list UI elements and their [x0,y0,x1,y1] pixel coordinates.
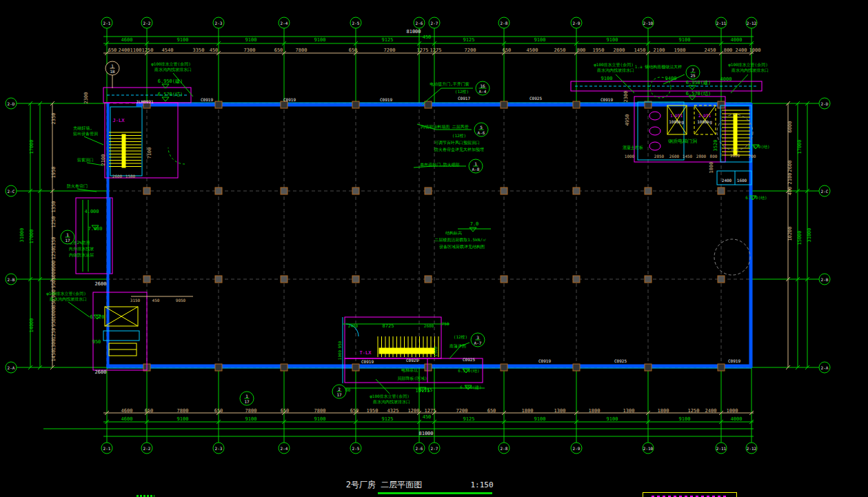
cad-canvas[interactable]: 8100046009100910091009125450912591009100… [0,0,868,497]
grid-bubble: 2-12 [746,443,758,454]
dim-label: 1000kg [697,120,712,124]
grid-bubble: 2-8 [498,17,510,29]
dim-label: 2600 [424,324,434,328]
dim-label: 9100 [607,38,618,43]
grid-bubble: 2-B [6,274,17,285]
dim-label: 9125 [382,38,394,43]
grid-bubble: 2-A [6,362,17,374]
dim-label: 1000 [52,307,57,319]
dim-label: 650 [108,48,117,53]
dim-label: 81000 [418,432,433,436]
dim-label: 17000 [30,139,34,154]
dim-label: 4500 [527,48,538,53]
dim-label: φ100排水立管(余同) [46,292,86,296]
dim-label: 1950 [52,167,57,179]
dim-label: 950 [52,318,57,327]
dim-label: 9100 [314,417,326,422]
dim-label: 2800 [614,48,625,53]
dim-label: 2400 [705,409,717,414]
dim-label: 4950 [625,114,630,126]
grid-bubble: 2-4 [279,17,290,29]
dim-label: 内墙刷涂料墙面 二层风管 [421,125,469,129]
grid-bubble: 2-10 [643,443,654,454]
dim-label: C0925 [529,97,542,101]
dim-label: 7300 [244,48,256,53]
dim-label: 450 [210,48,219,53]
dim-label: 1250 [142,48,154,53]
drawing-title: 2号厂房 二层平面图 [346,479,422,491]
dim-label: 750 [442,322,450,326]
dim-label: 700 [749,154,756,159]
grid-bubble: 2-D [6,98,17,110]
dim-label: 二层楼面活荷载取1.5kN/㎡ [434,238,487,242]
dim-label: 1800 [522,409,534,414]
dim-label: 雨篷详图 [450,344,466,348]
dim-label: 17000 [798,139,803,154]
dim-label: 450 [152,298,160,303]
dim-label: 81000 [406,30,421,34]
dim-label: 650 [281,409,290,414]
detail-ref-circle: 3A-7 [471,333,485,347]
dim-label: 1800 [658,409,669,414]
detail-ref-circle: 117 [240,392,254,406]
grid-bubble: 2-12 [746,17,758,29]
detail-ref-circle: 5A-6 [474,123,489,137]
dim-label: 1000 [52,269,57,281]
dim-label: 1450 [683,154,692,159]
dim-label: 7800 [177,409,189,414]
dim-label: 6.520 [90,315,104,320]
dim-label: 1100 [130,48,142,53]
detail-ref-circle: 217 [332,385,347,399]
dim-label: 9050 [176,298,185,303]
detail-ref-circle: 11B [105,61,120,76]
grid-bubble: 2-4 [279,443,290,454]
dim-label: 800 [577,48,586,53]
dim-label: 4600 [121,409,133,414]
bottom-right-stamp-box [643,492,737,497]
dim-label: 3920 [730,154,740,158]
dim-label: 2400 [119,48,130,53]
dim-label: 2650 [554,48,566,53]
dim-label: 650 [349,48,358,53]
dim-label: 9125 [463,417,475,422]
dim-label: 9100 [534,417,546,422]
dim-label: 2600 [112,174,122,179]
dim-label: 1500 [434,347,438,356]
grid-bubble: 2-11 [716,17,727,29]
drawing-scale: 1:150 [470,480,493,489]
dim-label: 1980 [674,48,686,53]
grid-bubble: 2-3 [213,17,225,29]
dim-label: 雨水沟内找坡排水口 [373,400,410,404]
dim-label: 2800 [696,154,706,159]
dim-label: 1950 [367,409,379,414]
dim-label: 9100 [245,38,257,43]
dim-label: 650 [487,409,496,414]
dim-label: 7100 [148,148,152,159]
dim-label: 1275 [430,48,442,53]
dim-label: 3350 [193,48,205,53]
dim-label: 1-DT1 [670,114,683,118]
dim-label: 950 [92,340,101,345]
dim-label: C0919 [361,360,374,364]
dim-label: 650 [145,409,154,414]
grid-bubble: 2-2 [141,443,153,454]
grid-bubble: 2-11 [716,443,727,454]
dim-label: φ100排水立管(余同) [370,394,410,398]
title-underline [378,492,492,494]
dim-label: 450 [423,35,432,40]
dim-label: 950 [338,341,342,349]
dim-label: 6.570(结) [458,369,479,373]
dim-label: 1450 [52,350,57,362]
grid-bubble: 2-C [6,185,17,197]
dim-label: 电梯基坑 [401,368,418,372]
dim-label: 1275 [417,48,429,53]
dim-label: 2100 [101,154,106,166]
dim-label: 2350 [52,113,57,125]
dim-label: φ100排水立管(余同) [594,63,634,67]
dim-label: 向外排水找坡 [69,247,94,251]
dim-label: 混凝土栏板 [623,145,643,150]
dim-label: φ100排水立管(余同) [151,62,191,66]
dim-label: 4540 [162,48,174,53]
dim-label: 1350 [52,201,57,213]
dim-label: 9125 [382,417,394,422]
